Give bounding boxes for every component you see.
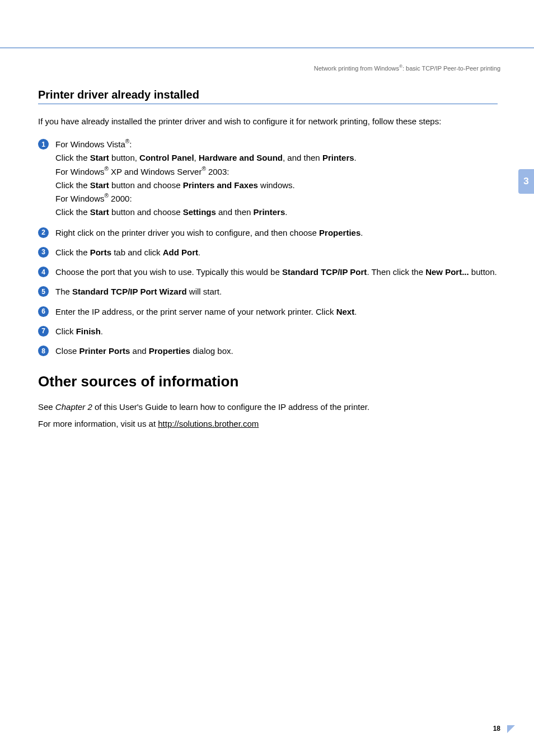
s1-l2b: Start — [90, 153, 109, 162]
s3-a: Click the — [55, 248, 90, 257]
s1-l6a: Click the — [55, 207, 90, 217]
content-area: Printer driver already installed If you … — [0, 72, 534, 430]
s5-c: will start. — [187, 287, 222, 296]
s2-a: Right click on the printer driver you wi… — [55, 228, 319, 237]
step-3: 3 Click the Ports tab and click Add Port… — [38, 246, 498, 259]
s4-d: New Port... — [425, 267, 469, 277]
breadcrumb: Network printing from Windows®: basic TC… — [0, 48, 534, 72]
step-4-body: Choose the port that you wish to use. Ty… — [55, 265, 498, 278]
s7-c: . — [101, 326, 103, 336]
s1-l2d: Control Panel — [139, 153, 194, 162]
s6-a: Enter the IP address, or the print serve… — [55, 307, 336, 316]
reg-icon: ® — [105, 193, 109, 199]
solutions-link[interactable]: http://solutions.brother.com — [158, 419, 259, 428]
step-7-num: 7 — [38, 326, 49, 337]
s1-l3b: XP and Windows Server — [109, 167, 202, 176]
s1-l6f: Printers — [254, 207, 285, 217]
s4-c: . Then click the — [367, 267, 425, 277]
s1-l2h: Printers — [322, 153, 354, 162]
s1-l6b: Start — [90, 207, 109, 217]
s1-l5a: For Windows — [55, 194, 105, 203]
page-number: 18 — [493, 725, 500, 732]
s6-c: . — [354, 307, 357, 316]
other-p2a: For more information, visit us at — [38, 419, 158, 428]
s1-l2g: , and then — [283, 153, 322, 162]
s1-l5b: 2000: — [109, 194, 132, 203]
step-8-num: 8 — [38, 346, 49, 356]
step-5-num: 5 — [38, 286, 49, 297]
step-5-body: The Standard TCP/IP Port Wizard will sta… — [55, 285, 498, 298]
other-p1: See Chapter 2 of this User's Guide to le… — [38, 400, 498, 413]
s4-e: button. — [469, 267, 497, 277]
step-1-num: 1 — [38, 139, 49, 150]
other-p1a: See — [38, 402, 55, 412]
s8-e: dialog box. — [190, 346, 233, 356]
s3-e: . — [198, 248, 200, 257]
s1-l2c: button, — [109, 153, 139, 162]
s1-l4b: Start — [90, 180, 109, 190]
step-8-body: Close Printer Ports and Properties dialo… — [55, 344, 498, 357]
s1-l6d: Settings — [183, 207, 216, 217]
s6-b: Next — [336, 307, 355, 316]
s1-l6c: button and choose — [109, 207, 183, 217]
breadcrumb-pre: Network printing from Windows — [314, 65, 399, 72]
step-1-body: For Windows Vista®: Click the Start butt… — [55, 138, 498, 220]
s7-a: Click — [55, 326, 76, 336]
s1-l4c: button and choose — [109, 180, 183, 190]
step-6-body: Enter the IP address, or the print serve… — [55, 305, 498, 318]
reg-icon: ® — [202, 166, 205, 172]
other-sources-title: Other sources of information — [38, 373, 498, 390]
s1-l4e: windows. — [258, 180, 295, 190]
s2-c: . — [360, 228, 363, 237]
s5-b: Standard TCP/IP Port Wizard — [72, 287, 187, 296]
s1-l4a: Click the — [55, 180, 90, 190]
s3-d: Add Port — [163, 248, 198, 257]
s3-c: tab and click — [111, 248, 163, 257]
step-2-num: 2 — [38, 227, 49, 238]
chapter-tab[interactable]: 3 — [518, 169, 534, 194]
s3-b: Ports — [90, 248, 111, 257]
s1-l6g: . — [285, 207, 287, 217]
reg-icon: ® — [105, 166, 109, 172]
s1-l6e: and then — [216, 207, 254, 217]
s1-l3c: 2003: — [206, 167, 229, 176]
s4-b: Standard TCP/IP Port — [282, 267, 367, 277]
step-7-body: Click Finish. — [55, 325, 498, 338]
step-6: 6 Enter the IP address, or the print ser… — [38, 305, 498, 318]
s1-l1a: For Windows Vista — [55, 139, 125, 149]
reg-icon: ® — [125, 138, 129, 144]
s4-a: Choose the port that you wish to use. Ty… — [55, 267, 282, 277]
breadcrumb-post: : basic TCP/IP Peer-to-Peer printing — [402, 65, 500, 72]
s1-l4d: Printers and Faxes — [183, 180, 258, 190]
step-4: 4 Choose the port that you wish to use. … — [38, 265, 498, 278]
other-p2: For more information, visit us at http:/… — [38, 417, 498, 430]
s7-b: Finish — [76, 326, 101, 336]
s8-c: and — [130, 346, 148, 356]
s1-l2a: Click the — [55, 153, 90, 162]
step-1: 1 For Windows Vista®: Click the Start bu… — [38, 138, 498, 220]
other-p1b: Chapter 2 — [55, 402, 92, 412]
page-corner-icon — [507, 725, 515, 733]
step-4-num: 4 — [38, 267, 49, 277]
step-2-body: Right click on the printer driver you wi… — [55, 226, 498, 239]
s1-l2f: Hardware and Sound — [199, 153, 283, 162]
step-2: 2 Right click on the printer driver you … — [38, 226, 498, 239]
other-p1c: of this User's Guide to learn how to con… — [92, 402, 369, 412]
s1-l3a: For Windows — [55, 167, 105, 176]
s1-l2i: . — [354, 153, 357, 162]
step-8: 8 Close Printer Ports and Properties dia… — [38, 344, 498, 357]
step-5: 5 The Standard TCP/IP Port Wizard will s… — [38, 285, 498, 298]
top-bar — [0, 0, 534, 48]
step-6-num: 6 — [38, 306, 49, 317]
s1-l2e: , — [194, 153, 199, 162]
s8-b: Printer Ports — [79, 346, 130, 356]
s5-a: The — [55, 287, 72, 296]
s1-l1b: : — [129, 139, 132, 149]
s8-d: Properties — [149, 346, 190, 356]
step-3-num: 3 — [38, 247, 49, 258]
s8-a: Close — [55, 346, 79, 356]
section-title: Printer driver already installed — [38, 88, 498, 104]
section-intro: If you have already installed the printe… — [38, 115, 498, 128]
step-3-body: Click the Ports tab and click Add Port. — [55, 246, 498, 259]
step-7: 7 Click Finish. — [38, 325, 498, 338]
